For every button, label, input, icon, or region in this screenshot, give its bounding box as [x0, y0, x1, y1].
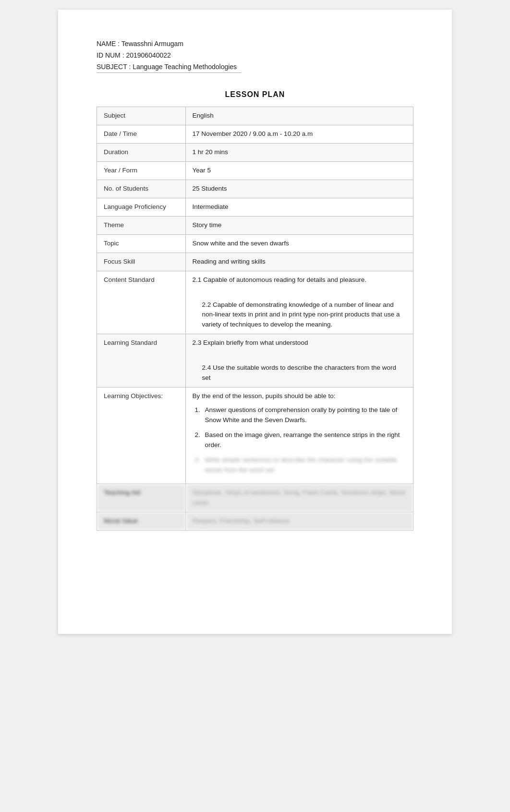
table-row-students: No. of Students 25 Students	[97, 180, 413, 198]
value-learning-objectives: By the end of the lesson, pupils should …	[185, 387, 413, 484]
content-standard-p2: 2.2 Capable of demonstrating knowledge o…	[193, 300, 406, 330]
value-students: 25 Students	[185, 180, 413, 198]
value-yearform: Year 5	[185, 162, 413, 180]
value-topic: Snow white and the seven dwarfs	[185, 234, 413, 253]
label-duration: Duration	[97, 144, 186, 162]
value-focusskill: Reading and writing skills	[185, 253, 413, 271]
label-focusskill: Focus Skill	[97, 253, 186, 271]
value-subject: English	[185, 107, 413, 125]
label-datetime: Date / Time	[97, 125, 186, 144]
value-theme: Story time	[185, 216, 413, 234]
table-row-duration: Duration 1 hr 20 mins	[97, 144, 413, 162]
objectives-intro: By the end of the lesson, pupils should …	[193, 391, 406, 401]
label-learning-standard: Learning Standard	[97, 334, 186, 388]
label-learning-objectives: Learning Objectives:	[97, 387, 186, 484]
table-row-content-standard: Content Standard 2.1 Capable of autonomo…	[97, 271, 413, 334]
id-line: ID NUM : 201906040022	[97, 50, 413, 61]
label-moral-value: Moral Value	[97, 512, 186, 531]
table-row-theme: Theme Story time	[97, 216, 413, 234]
label-theme: Theme	[97, 216, 186, 234]
header-section: NAME : Tewasshni Armugam ID NUM : 201906…	[97, 38, 413, 73]
label-content-standard: Content Standard	[97, 271, 186, 334]
table-row-learning-standard: Learning Standard 2.3 Explain briefly fr…	[97, 334, 413, 388]
value-datetime: 17 November 2020 / 9.00 a.m - 10.20 a.m	[185, 125, 413, 144]
objectives-list: Answer questions of comprehension orally…	[193, 405, 406, 475]
label-proficiency: Language Proficiency	[97, 198, 186, 217]
table-row-subject: Subject English	[97, 107, 413, 125]
table-row-moral-value: Moral Value Respect, Friendship, Self-re…	[97, 512, 413, 531]
value-duration: 1 hr 20 mins	[185, 144, 413, 162]
content-standard-p1: 2.1 Capable of autonomous reading for de…	[193, 275, 406, 285]
value-teaching-aid: Storybook, Strips of sentences, Song, Fl…	[185, 484, 413, 512]
name-line: NAME : Tewasshni Armugam	[97, 38, 413, 50]
table-row-learning-objectives: Learning Objectives: By the end of the l…	[97, 387, 413, 484]
objective-1: Answer questions of comprehension orally…	[202, 405, 406, 425]
value-learning-standard: 2.3 Explain briefly from what understood…	[185, 334, 413, 388]
label-yearform: Year / Form	[97, 162, 186, 180]
table-row-proficiency: Language Proficiency Intermediate	[97, 198, 413, 217]
learning-standard-p1: 2.3 Explain briefly from what understood	[193, 338, 406, 348]
label-subject: Subject	[97, 107, 186, 125]
lesson-plan-title: LESSON PLAN	[97, 90, 413, 99]
page: NAME : Tewasshni Armugam ID NUM : 201906…	[58, 10, 452, 634]
subject-line: SUBJECT : Language Teaching Methodologie…	[97, 61, 242, 73]
objective-3: Write simple sentences to describe the c…	[202, 455, 406, 475]
table-row-focusskill: Focus Skill Reading and writing skills	[97, 253, 413, 271]
value-proficiency: Intermediate	[185, 198, 413, 217]
value-content-standard: 2.1 Capable of autonomous reading for de…	[185, 271, 413, 334]
label-topic: Topic	[97, 234, 186, 253]
label-teaching-aid: Teaching Aid	[97, 484, 186, 512]
objective-2: Based on the image given, rearrange the …	[202, 430, 406, 450]
plan-table: Subject English Date / Time 17 November …	[97, 107, 413, 531]
table-row-datetime: Date / Time 17 November 2020 / 9.00 a.m …	[97, 125, 413, 144]
learning-standard-p2: 2.4 Use the suitable words to describe t…	[193, 363, 406, 383]
label-students: No. of Students	[97, 180, 186, 198]
table-row-topic: Topic Snow white and the seven dwarfs	[97, 234, 413, 253]
table-row-yearform: Year / Form Year 5	[97, 162, 413, 180]
value-moral-value: Respect, Friendship, Self-reliance	[185, 512, 413, 531]
table-row-teaching-aid: Teaching Aid Storybook, Strips of senten…	[97, 484, 413, 512]
